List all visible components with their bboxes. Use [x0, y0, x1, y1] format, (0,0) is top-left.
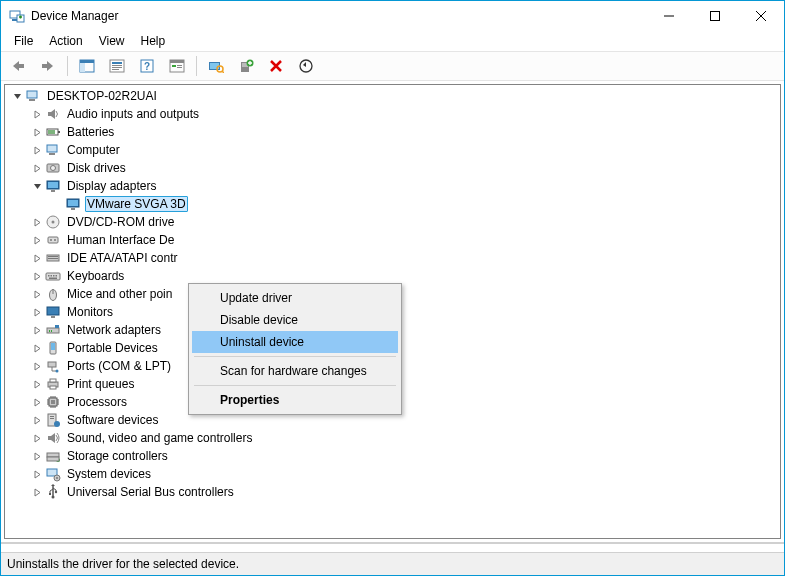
menu-view[interactable]: View — [92, 33, 132, 49]
tree-category[interactable]: Audio inputs and outputs — [5, 105, 780, 123]
tree-item-label: System devices — [65, 467, 153, 481]
chevron-right-icon[interactable] — [31, 270, 43, 282]
menu-help[interactable]: Help — [134, 33, 173, 49]
properties-button[interactable] — [104, 54, 130, 78]
menu-action[interactable]: Action — [42, 33, 89, 49]
tree-category[interactable]: System devices — [5, 465, 780, 483]
network-icon — [45, 322, 61, 338]
svg-rect-70 — [50, 379, 56, 382]
help-button[interactable]: ? — [134, 54, 160, 78]
update-driver-button[interactable] — [293, 54, 319, 78]
add-legacy-button[interactable] — [233, 54, 259, 78]
svg-rect-59 — [47, 307, 59, 315]
chevron-right-icon[interactable] — [31, 306, 43, 318]
tree-item-label: Disk drives — [65, 161, 128, 175]
svg-rect-55 — [56, 275, 58, 277]
sound-icon — [45, 430, 61, 446]
chevron-right-icon[interactable] — [31, 324, 43, 336]
svg-rect-54 — [53, 275, 55, 277]
storage-icon — [45, 448, 61, 464]
tree-category[interactable]: Universal Serial Bus controllers — [5, 483, 780, 501]
svg-rect-39 — [51, 190, 55, 192]
chevron-right-icon[interactable] — [31, 234, 43, 246]
chevron-right-icon[interactable] — [31, 216, 43, 228]
software-icon — [45, 412, 61, 428]
context-menu-item[interactable]: Scan for hardware changes — [192, 360, 398, 382]
context-menu-item[interactable]: Update driver — [192, 287, 398, 309]
svg-rect-56 — [49, 278, 57, 280]
svg-rect-61 — [47, 328, 59, 333]
uninstall-button[interactable] — [263, 54, 289, 78]
scan-hardware-button[interactable] — [203, 54, 229, 78]
chevron-right-icon[interactable] — [31, 468, 43, 480]
usb-icon — [45, 484, 61, 500]
tree-category[interactable]: IDE ATA/ATAPI contr — [5, 249, 780, 267]
tree-item-label: Mice and other poin — [65, 287, 174, 301]
window-controls — [646, 1, 784, 31]
chevron-down-icon[interactable] — [31, 180, 43, 192]
tree-category[interactable]: Sound, video and game controllers — [5, 429, 780, 447]
tree-category[interactable]: Computer — [5, 141, 780, 159]
chevron-right-icon[interactable] — [31, 360, 43, 372]
show-hide-tree-button[interactable] — [74, 54, 100, 78]
svg-rect-19 — [177, 65, 182, 66]
tree-category[interactable]: DVD/CD-ROM drive — [5, 213, 780, 231]
chevron-right-icon[interactable] — [31, 450, 43, 462]
statusbar: Uninstalls the driver for the selected d… — [1, 552, 784, 575]
chevron-right-icon[interactable] — [31, 108, 43, 120]
chevron-right-icon[interactable] — [31, 342, 43, 354]
toolbar-separator — [67, 56, 68, 76]
tree-category[interactable]: Disk drives — [5, 159, 780, 177]
system-icon — [45, 466, 61, 482]
menu-file[interactable]: File — [7, 33, 40, 49]
tree-category[interactable]: Human Interface De — [5, 231, 780, 249]
svg-rect-38 — [48, 182, 58, 188]
back-button[interactable] — [5, 54, 31, 78]
tree-item-label: Print queues — [65, 377, 136, 391]
forward-button[interactable] — [35, 54, 61, 78]
chevron-right-icon[interactable] — [31, 126, 43, 138]
svg-rect-73 — [51, 400, 55, 404]
chevron-right-icon[interactable] — [31, 396, 43, 408]
tree-category[interactable]: Batteries — [5, 123, 780, 141]
tree-item-label: Ports (COM & LPT) — [65, 359, 173, 373]
chevron-right-icon[interactable] — [31, 252, 43, 264]
chevron-right-icon[interactable] — [31, 486, 43, 498]
chevron-down-icon[interactable] — [11, 90, 23, 102]
tree-item-label: Storage controllers — [65, 449, 170, 463]
maximize-button[interactable] — [692, 1, 738, 31]
cpu-icon — [45, 394, 61, 410]
svg-rect-71 — [50, 386, 56, 389]
close-button[interactable] — [738, 1, 784, 31]
dvd-icon — [45, 214, 61, 230]
chevron-right-icon[interactable] — [31, 378, 43, 390]
tree-item-label: Universal Serial Bus controllers — [65, 485, 236, 499]
chevron-right-icon[interactable] — [31, 432, 43, 444]
minimize-button[interactable] — [646, 1, 692, 31]
context-menu-separator — [194, 385, 396, 386]
action-button[interactable] — [164, 54, 190, 78]
content-area: DESKTOP-02R2UAIAudio inputs and outputsB… — [1, 81, 784, 543]
context-menu-item[interactable]: Properties — [192, 389, 398, 411]
context-menu-item[interactable]: Uninstall device — [192, 331, 398, 353]
tree-item-label: Portable Devices — [65, 341, 160, 355]
status-text: Uninstalls the driver for the selected d… — [7, 557, 239, 571]
svg-rect-52 — [48, 275, 50, 277]
tree-root[interactable]: DESKTOP-02R2UAI — [5, 87, 780, 105]
context-menu-item[interactable]: Disable device — [192, 309, 398, 331]
svg-rect-12 — [112, 67, 122, 68]
tree-item-label: IDE ATA/ATAPI contr — [65, 251, 179, 265]
tree-category[interactable]: Display adapters — [5, 177, 780, 195]
tree-item-label: Sound, video and game controllers — [65, 431, 254, 445]
svg-rect-3 — [711, 12, 720, 21]
svg-rect-62 — [49, 330, 50, 332]
svg-rect-31 — [58, 131, 60, 133]
chevron-right-icon[interactable] — [31, 288, 43, 300]
svg-rect-80 — [47, 457, 59, 461]
chevron-right-icon[interactable] — [31, 162, 43, 174]
chevron-right-icon[interactable] — [31, 414, 43, 426]
chevron-right-icon[interactable] — [31, 144, 43, 156]
tree-category[interactable]: Storage controllers — [5, 447, 780, 465]
display-icon — [45, 178, 61, 194]
tree-device[interactable]: VMware SVGA 3D — [5, 195, 780, 213]
